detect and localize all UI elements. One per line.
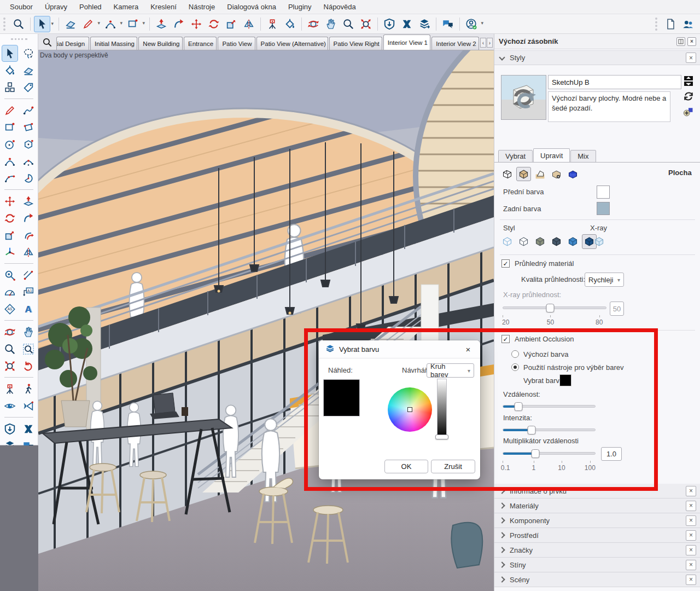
scene-tab-interior-view-1[interactable]: Interior View 1	[383, 34, 431, 50]
paint-bucket-tool-icon[interactable]	[2, 62, 18, 79]
lasso-tool-icon[interactable]	[20, 45, 37, 62]
arc-icon[interactable]: ▾	[102, 16, 119, 32]
extension-warehouse-tool-icon[interactable]	[20, 420, 37, 437]
menu-pluginy[interactable]: Pluginy	[283, 1, 317, 13]
ao-multiplier-value-box[interactable]: 1.0	[601, 447, 622, 461]
menu-kamera[interactable]: Kamera	[108, 1, 144, 13]
panel-materi-ly[interactable]: Materiály×	[494, 499, 700, 513]
xray-style-icon[interactable]	[592, 234, 606, 249]
style-name-input[interactable]	[548, 75, 681, 89]
designer-dropdown[interactable]: Kruh barev▾	[427, 363, 474, 378]
refresh-style-icon[interactable]	[683, 90, 694, 102]
value-gradient-bar[interactable]	[437, 379, 447, 438]
style-thumbnail[interactable]	[501, 75, 546, 120]
chat-icon[interactable]	[440, 16, 456, 32]
panel-close-icon[interactable]: ×	[686, 530, 696, 541]
two-point-arc-tool-icon[interactable]	[20, 153, 37, 170]
move-icon[interactable]	[188, 16, 205, 32]
tab-scroll-left-icon[interactable]: ‹	[480, 38, 486, 48]
eraser-icon[interactable]	[62, 16, 79, 32]
update-style-icon[interactable]	[683, 75, 694, 87]
panel-close-icon[interactable]: ×	[686, 560, 696, 570]
warehouse-3d-icon[interactable]	[381, 16, 398, 32]
xray-transparency-slider[interactable]	[503, 303, 606, 313]
protractor-tool-icon[interactable]	[2, 283, 18, 300]
scene-tab-initial-design[interactable]: Initial Design	[56, 37, 89, 50]
back-face-icon[interactable]	[533, 167, 547, 181]
position-camera-icon[interactable]	[264, 16, 281, 32]
new-document-icon[interactable]	[662, 16, 679, 32]
select-tool-icon[interactable]	[2, 45, 18, 62]
scale-tool-icon[interactable]	[2, 227, 18, 244]
dimension-tool-icon[interactable]	[20, 266, 37, 283]
panel-close-icon[interactable]: ×	[686, 575, 696, 585]
ao-color-swatch[interactable]	[559, 374, 571, 386]
textured-face-icon[interactable]	[549, 167, 564, 181]
tab-scroll-right-icon[interactable]: ›	[487, 38, 493, 48]
style-description[interactable]: Výchozí barvy plochy. Modré nebe a šedé …	[548, 91, 670, 122]
offset-tool-icon[interactable]	[20, 227, 37, 244]
panel-informace-o-prvku[interactable]: Informace o prvku×	[494, 484, 700, 499]
walk-tool-icon[interactable]	[20, 380, 37, 397]
rectangle-tool-icon[interactable]	[2, 119, 18, 136]
textured-blue-face-icon[interactable]	[565, 167, 580, 181]
panel-prost-ed-[interactable]: Prostředí×	[494, 528, 700, 543]
pencil-tool-icon[interactable]	[2, 102, 18, 119]
follow-me-icon[interactable]	[171, 16, 187, 32]
hidden-line-style-icon[interactable]	[516, 234, 531, 249]
warehouse-3d-tool-icon[interactable]	[2, 420, 18, 437]
collaborators-icon[interactable]	[680, 16, 696, 32]
pan-icon[interactable]	[323, 16, 339, 32]
push-pull-icon[interactable]	[153, 16, 170, 32]
tape-measure-tool-icon[interactable]	[2, 266, 18, 283]
freehand-tool-icon[interactable]	[20, 102, 37, 119]
scene-tab-initial-massing[interactable]: Initial Massing	[90, 37, 137, 50]
viewport-3d-scene[interactable]	[38, 50, 494, 591]
menu-pohled[interactable]: Pohled	[74, 1, 107, 13]
styles-tab-vybrat[interactable]: Vybrat	[498, 150, 533, 163]
toolbar-grip-right[interactable]	[655, 18, 660, 31]
shaded-textures-style-icon[interactable]	[565, 234, 580, 249]
ambient-occlusion-checkbox[interactable]: ✓	[501, 335, 510, 343]
dialog-header[interactable]: Vybrat barvu ×	[319, 340, 480, 358]
zoom-window-tool-icon[interactable]	[20, 340, 37, 357]
dialog-close-icon[interactable]: ×	[463, 344, 474, 355]
arc-tool-icon[interactable]	[2, 153, 18, 170]
account-icon[interactable]: ▾	[463, 16, 480, 32]
flip-tool-icon[interactable]	[20, 244, 37, 260]
styles-tab-mix[interactable]: Mix	[570, 150, 596, 163]
eraser-tool-icon[interactable]	[20, 62, 37, 79]
ao-default-color-radio[interactable]	[511, 350, 519, 358]
panel-sc-ny[interactable]: Scény×	[494, 572, 700, 587]
tray-close-icon[interactable]: ×	[687, 37, 696, 46]
toolbar-grip[interactable]	[3, 18, 8, 31]
polygon-tool-icon[interactable]	[20, 136, 37, 153]
scene-tab-new-building[interactable]: New Building	[138, 37, 183, 50]
shaded-dark-style-icon[interactable]	[549, 234, 564, 249]
pan-tool-icon[interactable]	[20, 323, 37, 340]
previous-view-tool-icon[interactable]	[20, 357, 37, 374]
panel-close-icon[interactable]: ×	[686, 486, 696, 496]
text-tool-icon[interactable]: A1	[20, 283, 37, 300]
flip-icon[interactable]	[241, 16, 257, 32]
move-tool-icon[interactable]	[2, 193, 18, 210]
zoom-tool-icon[interactable]	[2, 340, 18, 357]
panel-komponenty[interactable]: Komponenty×	[494, 513, 700, 528]
ao-distance-slider[interactable]	[503, 402, 596, 412]
extension-warehouse-icon[interactable]	[399, 16, 415, 32]
rotate-tool-icon[interactable]	[2, 210, 18, 227]
ao-color-picker-radio[interactable]	[511, 363, 519, 371]
menu-n-stroje[interactable]: Nástroje	[183, 1, 220, 13]
panel-st-ny[interactable]: Stíny×	[494, 558, 700, 572]
styles-section-header[interactable]: Styly ×	[494, 50, 700, 65]
pie-tool-icon[interactable]	[20, 170, 37, 187]
palette-grip[interactable]	[11, 38, 27, 43]
panel-zna-ky[interactable]: Značky×	[494, 543, 700, 558]
scene-tab-entrance[interactable]: Entrance	[184, 37, 217, 50]
scale-icon[interactable]	[223, 16, 240, 32]
rotate-icon[interactable]	[206, 16, 222, 32]
styles-tab-upravit[interactable]: Upravit	[533, 148, 570, 163]
pencil-icon[interactable]: ▾	[80, 16, 96, 32]
quality-dropdown[interactable]: Rychleji▾	[585, 273, 624, 287]
zoom-icon[interactable]	[10, 16, 27, 32]
